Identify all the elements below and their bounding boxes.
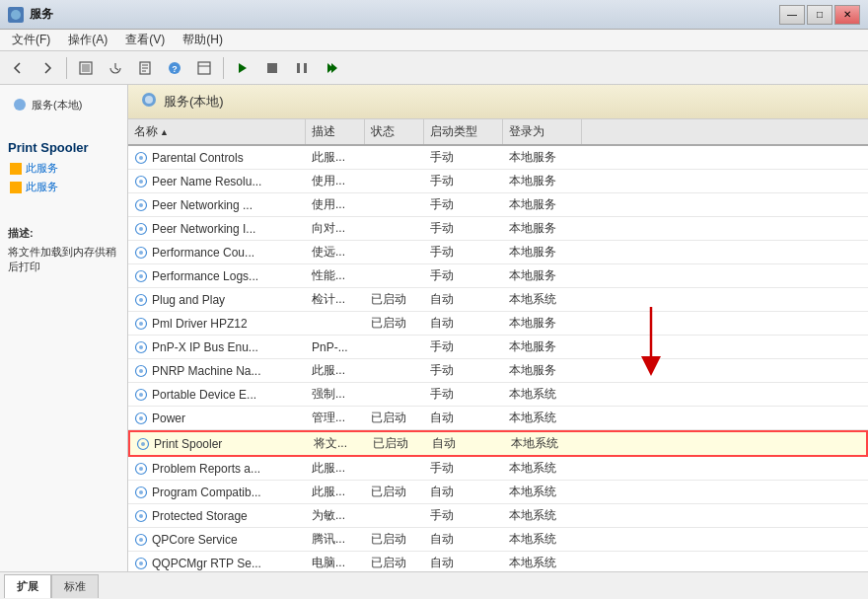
- cell-logon: 本地系统: [503, 383, 582, 406]
- table-row[interactable]: Program Compatib... 此服... 已启动 自动 本地系统: [128, 481, 868, 504]
- cell-status: 已启动: [365, 528, 424, 551]
- cell-status: [365, 146, 424, 169]
- svg-marker-11: [239, 63, 247, 73]
- svg-point-35: [139, 322, 143, 326]
- cell-desc: 管理...: [306, 407, 365, 429]
- table-row[interactable]: PNRP Machine Na... 此服... 手动 本地服务: [128, 359, 868, 383]
- table-row[interactable]: PnP-X IP Bus Enu... PnP-... 手动 本地服务: [128, 336, 868, 359]
- col-header-desc[interactable]: 描述: [306, 119, 365, 144]
- minimize-button[interactable]: —: [779, 5, 805, 25]
- app-icon: [8, 7, 24, 23]
- toolbar-btn-4[interactable]: [190, 55, 218, 81]
- table-row[interactable]: Print Spooler 将文... 已启动 自动 本地系统: [128, 430, 868, 457]
- close-button[interactable]: ✕: [834, 5, 860, 25]
- col-header-status[interactable]: 状态: [365, 119, 424, 144]
- cell-desc: 此服...: [306, 481, 365, 503]
- pause-button[interactable]: [288, 55, 316, 81]
- svg-point-47: [139, 467, 143, 471]
- table-row[interactable]: Portable Device E... 强制... 手动 本地系统: [128, 383, 868, 407]
- svg-point-0: [11, 10, 21, 20]
- service-row-icon: [134, 175, 148, 188]
- service-action-1[interactable]: 此服务: [8, 159, 119, 178]
- right-header-title: 服务(本地): [164, 93, 224, 111]
- svg-point-39: [139, 369, 143, 373]
- cell-logon: 本地系统: [503, 552, 582, 571]
- menu-view[interactable]: 查看(V): [117, 30, 173, 50]
- service-row-icon: [134, 317, 148, 331]
- service-row-icon: [134, 246, 148, 260]
- cell-desc: 使用...: [306, 170, 365, 192]
- menu-file[interactable]: 文件(F): [4, 30, 58, 50]
- cell-status: 已启动: [365, 407, 424, 429]
- cell-status: [365, 359, 424, 382]
- svg-point-21: [139, 156, 143, 160]
- table-row[interactable]: Problem Reports a... 此服... 手动 本地系统: [128, 457, 868, 481]
- cell-status: 已启动: [365, 552, 424, 571]
- toolbar: ?: [0, 51, 868, 85]
- back-button[interactable]: [4, 55, 32, 81]
- table-row[interactable]: Parental Controls 此服... 手动 本地服务: [128, 146, 868, 170]
- table-row[interactable]: Performance Logs... 性能... 手动 本地服务: [128, 264, 868, 288]
- table-row[interactable]: Pml Driver HPZ12 已启动 自动 本地服务: [128, 312, 868, 336]
- service-row-icon: [134, 388, 148, 402]
- cell-status: 已启动: [365, 481, 424, 503]
- col-header-startup[interactable]: 启动类型: [424, 119, 503, 144]
- cell-desc: 使用...: [306, 193, 365, 216]
- stop-button[interactable]: [258, 55, 286, 81]
- table-row[interactable]: QPCore Service 腾讯... 已启动 自动 本地系统: [128, 528, 868, 552]
- cell-logon: 本地系统: [503, 288, 582, 311]
- toolbar-btn-2[interactable]: [102, 55, 129, 81]
- cell-desc: 使远...: [306, 241, 365, 263]
- svg-rect-12: [267, 63, 277, 73]
- cell-logon: 本地系统: [505, 432, 584, 455]
- table-header: 名称 ▲ 描述 状态 启动类型 登录为: [128, 119, 868, 146]
- menu-help[interactable]: 帮助(H): [175, 30, 231, 50]
- service-row-icon: [134, 509, 148, 523]
- tab-extended[interactable]: 扩展: [4, 574, 51, 598]
- menu-action[interactable]: 操作(A): [60, 30, 115, 50]
- cell-logon: 本地服务: [503, 146, 582, 169]
- service-action-2[interactable]: 此服务: [8, 178, 119, 196]
- right-panel: 服务(本地) 名称 ▲ 描述 状态 启动类型: [128, 85, 868, 571]
- cell-startup: 手动: [424, 359, 503, 382]
- cell-desc: 检计...: [306, 288, 365, 311]
- table-row[interactable]: Peer Name Resolu... 使用... 手动 本地服务: [128, 170, 868, 193]
- service-row-icon: [134, 412, 148, 425]
- cell-logon: 本地服务: [503, 193, 582, 216]
- svg-point-51: [139, 514, 143, 518]
- table-row[interactable]: Protected Storage 为敏... 手动 本地系统: [128, 504, 868, 528]
- play-button[interactable]: [229, 55, 256, 81]
- table-wrapper: 名称 ▲ 描述 状态 启动类型 登录为: [128, 119, 868, 571]
- table-row[interactable]: Peer Networking I... 向对... 手动 本地服务: [128, 217, 868, 241]
- svg-point-29: [139, 251, 143, 255]
- svg-rect-2: [82, 64, 90, 72]
- cell-name: QQPCMgr RTP Se...: [128, 552, 306, 571]
- table-row[interactable]: Peer Networking ... 使用... 手动 本地服务: [128, 193, 868, 217]
- left-nav-title[interactable]: 服务(本地): [8, 93, 119, 116]
- cell-name: Protected Storage: [128, 504, 306, 527]
- col-header-name[interactable]: 名称 ▲: [128, 119, 306, 144]
- restart-button[interactable]: [318, 55, 345, 81]
- table-row[interactable]: Power 管理... 已启动 自动 本地系统: [128, 407, 868, 430]
- cell-startup: 自动: [424, 481, 503, 503]
- table-row[interactable]: QQPCMgr RTP Se... 电脑... 已启动 自动 本地系统: [128, 552, 868, 571]
- table-row[interactable]: Plug and Play 检计... 已启动 自动 本地系统: [128, 288, 868, 312]
- service-row-icon: [136, 437, 150, 451]
- toolbar-btn-3[interactable]: [131, 55, 159, 81]
- maximize-button[interactable]: □: [807, 5, 832, 25]
- toolbar-btn-help[interactable]: ?: [161, 55, 188, 81]
- toolbar-btn-1[interactable]: [72, 55, 100, 81]
- forward-button[interactable]: [34, 55, 61, 81]
- selected-service-name: Print Spooler: [8, 140, 119, 155]
- svg-point-55: [139, 562, 143, 565]
- table-row[interactable]: Performance Cou... 使远... 手动 本地服务: [128, 241, 868, 264]
- menu-bar: 文件(F) 操作(A) 查看(V) 帮助(H): [0, 30, 868, 51]
- cell-startup: 手动: [424, 336, 503, 358]
- services-table[interactable]: 名称 ▲ 描述 状态 启动类型 登录为: [128, 119, 868, 571]
- cell-logon: 本地系统: [503, 528, 582, 551]
- cell-status: 已启动: [367, 432, 426, 455]
- cell-name: Print Spooler: [130, 432, 308, 455]
- tab-standard[interactable]: 标准: [51, 574, 99, 598]
- svg-rect-9: [198, 62, 210, 74]
- col-header-logon[interactable]: 登录为: [503, 119, 582, 144]
